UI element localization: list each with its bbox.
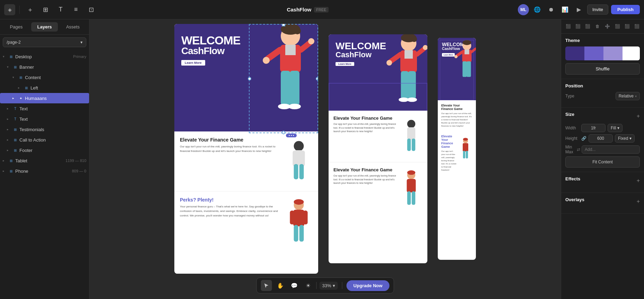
- expand-icon[interactable]: ▸: [3, 159, 7, 162]
- text-tool-button[interactable]: T: [54, 3, 67, 16]
- layer-item-content[interactable]: ▾ ⊞ Content: [0, 72, 89, 83]
- phone-frame[interactable]: WELCOME CashFlow Learn More: [438, 38, 476, 260]
- layer-item-phone[interactable]: ▸ ⊞ Phone 809 — 0: [0, 166, 89, 176]
- avatar[interactable]: ML: [518, 4, 529, 15]
- page-selector[interactable]: /page-2 ▾: [3, 37, 86, 47]
- expand-icon[interactable]: ▸: [7, 148, 11, 152]
- layer-item-tablet[interactable]: ▸ ⊞ Tablet 1199 — 810: [0, 155, 89, 166]
- layer-meta: 1199 — 810: [66, 159, 86, 163]
- record-icon[interactable]: ⏺: [546, 4, 557, 15]
- add-element-button[interactable]: ＋: [24, 3, 36, 16]
- svg-point-58: [463, 138, 468, 141]
- layer-item-left[interactable]: ▸ ⊞ Left: [0, 83, 89, 93]
- layer-label: Humaaans: [25, 96, 86, 101]
- height-input[interactable]: 600: [589, 134, 613, 143]
- expand-icon[interactable]: ▸: [3, 169, 7, 173]
- align-bottom-icon[interactable]: ⬛: [623, 22, 632, 31]
- svg-rect-61: [466, 151, 468, 159]
- expand-icon[interactable]: ▸: [7, 138, 11, 142]
- position-type-row: Type Relative ▾: [565, 92, 640, 100]
- app-logo[interactable]: ◈: [4, 4, 15, 15]
- expand-icon[interactable]: ▸: [7, 128, 11, 131]
- tablet-frame[interactable]: WELCOME CashFlow Learn More: [329, 34, 427, 263]
- grid-icon: ⊞: [18, 75, 24, 80]
- expand-icon[interactable]: ▾: [7, 65, 11, 69]
- expand-icon[interactable]: ▸: [7, 117, 11, 121]
- desktop-frame[interactable]: + WELCOME CashFlow Learn More: [174, 24, 318, 274]
- tablet-s1-title: Elevate Your Finance Game: [333, 116, 397, 121]
- minmax-input[interactable]: [582, 145, 640, 154]
- width-input[interactable]: 1fr: [581, 124, 606, 132]
- grid-icon: ⊞: [8, 168, 14, 174]
- effects-add-icon[interactable]: +: [637, 178, 640, 184]
- expand-icon[interactable]: ▸: [12, 96, 17, 100]
- width-mode-select[interactable]: Fill ▾: [608, 124, 623, 132]
- height-row: Height 🔗 600 Fixed ▾: [565, 134, 640, 143]
- shuffle-button[interactable]: Shuffle: [565, 63, 640, 75]
- svg-rect-17: [294, 164, 298, 179]
- cursor-tool[interactable]: [261, 280, 272, 291]
- svg-line-33: [417, 49, 424, 54]
- minmax-controls: ⇄: [577, 145, 640, 154]
- swatch-dark: [565, 46, 584, 60]
- upgrade-button[interactable]: Upgrade Now: [347, 280, 390, 291]
- component-button[interactable]: ⊡: [85, 3, 97, 16]
- zoom-control[interactable]: 33% ▾: [320, 282, 338, 290]
- layer-item-testimonials[interactable]: ▸ ⊞ Testimonials: [0, 124, 89, 135]
- layer-item-humaaans[interactable]: ▸ ✦ Humaaans: [0, 93, 89, 103]
- invite-button[interactable]: Invite: [587, 5, 608, 15]
- position-type-select[interactable]: Relative ▾: [616, 92, 640, 100]
- layer-item-text1[interactable]: ▸ T Text: [0, 103, 89, 114]
- expand-icon[interactable]: ▸: [18, 86, 22, 89]
- expand-icon[interactable]: ▾: [12, 76, 17, 79]
- tablet-inner-border: [329, 83, 427, 111]
- distribute-icon[interactable]: ⬛: [633, 22, 641, 31]
- grid-view-button[interactable]: ⊞: [39, 3, 52, 16]
- layer-label: Footer: [19, 148, 86, 153]
- tab-assets[interactable]: Assets: [59, 22, 86, 32]
- current-page: /page-2: [7, 40, 21, 45]
- tab-layers[interactable]: Layers: [31, 22, 58, 32]
- menu-button[interactable]: ≡: [70, 3, 82, 16]
- svg-rect-21: [293, 210, 304, 227]
- layer-item-footer[interactable]: ▸ ⊞ Footer: [0, 145, 89, 155]
- minmax-swap-icon[interactable]: ⇄: [577, 147, 580, 152]
- comment-tool[interactable]: 💬: [289, 280, 300, 291]
- tab-pages[interactable]: Pages: [3, 22, 30, 32]
- align-right-icon[interactable]: ⬛: [584, 22, 592, 31]
- svg-rect-40: [407, 127, 415, 140]
- topbar: ◈ ＋ ⊞ T ≡ ⊡ CashFlow FREE ML 🌐 ⏺ 📊 ▶ Inv…: [0, 0, 644, 19]
- publish-button[interactable]: Publish: [611, 5, 640, 14]
- canvas-area[interactable]: + WELCOME CashFlow Learn More: [89, 19, 561, 299]
- tablet-s1-text: Elevate Your Finance Game Our app isn't …: [333, 116, 397, 157]
- tablet-learn-more[interactable]: Learn More: [336, 62, 354, 66]
- layer-item-text2[interactable]: ▸ T Text: [0, 114, 89, 124]
- play-icon[interactable]: ▶: [573, 4, 584, 15]
- align-center-h-icon[interactable]: ⬛: [574, 22, 582, 31]
- drag-handle[interactable]: [286, 134, 297, 137]
- align-left-icon[interactable]: ⬛: [564, 22, 572, 31]
- layer-item-banner[interactable]: ▾ ⊞ Banner: [0, 62, 89, 72]
- expand-icon[interactable]: ▸: [7, 107, 11, 110]
- hand-tool[interactable]: ✋: [275, 280, 286, 291]
- svg-point-44: [407, 170, 415, 175]
- globe-icon[interactable]: 🌐: [532, 4, 543, 15]
- delete-icon[interactable]: 🗑: [593, 22, 602, 31]
- add-icon[interactable]: ➕: [603, 22, 612, 31]
- expand-icon[interactable]: ▾: [3, 55, 7, 58]
- overlays-add-icon[interactable]: +: [637, 198, 640, 205]
- height-mode-select[interactable]: Fixed ▾: [615, 134, 635, 143]
- svg-point-8: [308, 38, 314, 44]
- learn-more-btn[interactable]: Learn More: [181, 60, 205, 66]
- theme-swatch[interactable]: [565, 46, 640, 60]
- size-add-icon[interactable]: +: [637, 113, 640, 119]
- analytics-icon[interactable]: 📊: [559, 4, 571, 15]
- brightness-tool[interactable]: ☀: [303, 280, 314, 291]
- align-top-icon[interactable]: ⬛: [613, 22, 621, 31]
- fit-content-button[interactable]: Fit Content: [565, 156, 640, 168]
- effects-header: Effects +: [565, 176, 640, 185]
- svg-point-13: [294, 141, 304, 151]
- layer-item-cta[interactable]: ▸ ⊞ Call to Action: [0, 135, 89, 145]
- layer-item-desktop[interactable]: ▾ ⊞ Desktop Primary: [0, 51, 89, 62]
- section2-text: Perks? Plenty! Your personal finance gur…: [180, 197, 281, 249]
